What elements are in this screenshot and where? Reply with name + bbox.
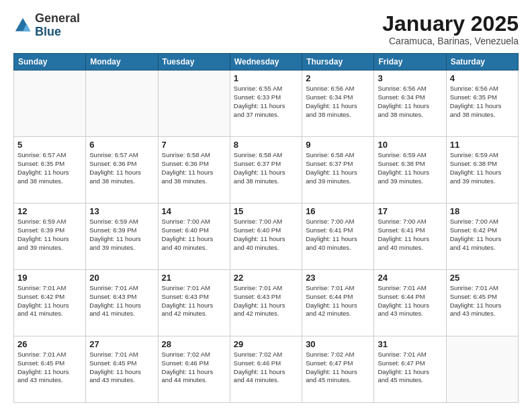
day-number: 14 — [162, 206, 226, 216]
logo: General Blue — [13, 12, 80, 39]
calendar-cell: 1Sunrise: 6:55 AM Sunset: 6:33 PM Daylig… — [230, 71, 302, 137]
calendar-cell: 19Sunrise: 7:01 AM Sunset: 6:42 PM Dayli… — [14, 270, 86, 336]
day-number: 6 — [89, 140, 154, 150]
day-info: Sunrise: 6:58 AM Sunset: 6:36 PM Dayligh… — [162, 151, 226, 185]
calendar-week-row: 5Sunrise: 6:57 AM Sunset: 6:35 PM Daylig… — [14, 137, 519, 203]
calendar-cell: 17Sunrise: 7:00 AM Sunset: 6:41 PM Dayli… — [374, 203, 446, 270]
title-block: January 2025 Caramuca, Barinas, Venezuel… — [382, 12, 519, 46]
day-number: 5 — [17, 140, 82, 150]
day-number: 27 — [89, 339, 154, 349]
day-info: Sunrise: 7:00 AM Sunset: 6:40 PM Dayligh… — [162, 218, 226, 252]
calendar-cell: 5Sunrise: 6:57 AM Sunset: 6:35 PM Daylig… — [14, 137, 86, 203]
day-info: Sunrise: 7:02 AM Sunset: 6:47 PM Dayligh… — [306, 351, 370, 385]
day-number: 13 — [89, 206, 154, 216]
day-number: 24 — [378, 273, 442, 283]
calendar-cell: 18Sunrise: 7:00 AM Sunset: 6:42 PM Dayli… — [446, 203, 518, 270]
day-info: Sunrise: 7:01 AM Sunset: 6:45 PM Dayligh… — [17, 351, 82, 385]
day-number: 19 — [17, 273, 82, 283]
calendar-cell: 2Sunrise: 6:56 AM Sunset: 6:34 PM Daylig… — [302, 71, 374, 137]
weekday-header-row: SundayMondayTuesdayWednesdayThursdayFrid… — [14, 54, 519, 71]
day-info: Sunrise: 7:02 AM Sunset: 6:46 PM Dayligh… — [234, 351, 298, 385]
calendar-cell: 12Sunrise: 6:59 AM Sunset: 6:39 PM Dayli… — [14, 203, 86, 270]
day-info: Sunrise: 6:56 AM Sunset: 6:34 PM Dayligh… — [378, 85, 442, 119]
day-number: 20 — [89, 273, 154, 283]
day-info: Sunrise: 7:01 AM Sunset: 6:44 PM Dayligh… — [306, 284, 370, 318]
weekday-header-saturday: Saturday — [446, 54, 518, 71]
calendar-week-row: 26Sunrise: 7:01 AM Sunset: 6:45 PM Dayli… — [14, 336, 519, 403]
day-info: Sunrise: 6:58 AM Sunset: 6:37 PM Dayligh… — [306, 151, 370, 185]
calendar-cell: 20Sunrise: 7:01 AM Sunset: 6:43 PM Dayli… — [86, 270, 158, 336]
day-number: 18 — [450, 206, 515, 216]
calendar-table: SundayMondayTuesdayWednesdayThursdayFrid… — [13, 53, 519, 403]
day-info: Sunrise: 7:00 AM Sunset: 6:41 PM Dayligh… — [306, 218, 370, 252]
day-number: 9 — [306, 140, 370, 150]
calendar-cell: 31Sunrise: 7:01 AM Sunset: 6:47 PM Dayli… — [374, 336, 446, 403]
calendar-cell — [158, 71, 230, 137]
day-info: Sunrise: 6:59 AM Sunset: 6:39 PM Dayligh… — [17, 218, 82, 252]
day-number: 21 — [162, 273, 226, 283]
weekday-header-monday: Monday — [86, 54, 158, 71]
day-number: 22 — [234, 273, 298, 283]
day-info: Sunrise: 7:01 AM Sunset: 6:43 PM Dayligh… — [89, 284, 154, 318]
day-info: Sunrise: 6:57 AM Sunset: 6:36 PM Dayligh… — [89, 151, 154, 185]
day-info: Sunrise: 7:01 AM Sunset: 6:47 PM Dayligh… — [378, 351, 442, 385]
logo-general: General — [35, 12, 80, 26]
day-number: 2 — [306, 73, 370, 83]
calendar-cell — [86, 71, 158, 137]
calendar-cell — [14, 71, 86, 137]
calendar-cell: 15Sunrise: 7:00 AM Sunset: 6:40 PM Dayli… — [230, 203, 302, 270]
day-info: Sunrise: 6:56 AM Sunset: 6:35 PM Dayligh… — [450, 85, 515, 119]
calendar-week-row: 19Sunrise: 7:01 AM Sunset: 6:42 PM Dayli… — [14, 270, 519, 336]
calendar-cell: 13Sunrise: 6:59 AM Sunset: 6:39 PM Dayli… — [86, 203, 158, 270]
day-number: 26 — [17, 339, 82, 349]
day-number: 4 — [450, 73, 515, 83]
day-info: Sunrise: 7:01 AM Sunset: 6:45 PM Dayligh… — [450, 284, 515, 318]
day-number: 1 — [234, 73, 298, 83]
calendar-cell: 27Sunrise: 7:01 AM Sunset: 6:45 PM Dayli… — [86, 336, 158, 403]
day-info: Sunrise: 7:00 AM Sunset: 6:40 PM Dayligh… — [234, 218, 298, 252]
day-number: 7 — [162, 140, 226, 150]
calendar-subtitle: Caramuca, Barinas, Venezuela — [382, 36, 519, 46]
weekday-header-tuesday: Tuesday — [158, 54, 230, 71]
header: General Blue January 2025 Caramuca, Bari… — [13, 12, 519, 46]
weekday-header-wednesday: Wednesday — [230, 54, 302, 71]
day-number: 30 — [306, 339, 370, 349]
calendar-cell: 29Sunrise: 7:02 AM Sunset: 6:46 PM Dayli… — [230, 336, 302, 403]
day-number: 15 — [234, 206, 298, 216]
day-info: Sunrise: 6:55 AM Sunset: 6:33 PM Dayligh… — [234, 85, 298, 119]
calendar-week-row: 1Sunrise: 6:55 AM Sunset: 6:33 PM Daylig… — [14, 71, 519, 137]
day-info: Sunrise: 7:01 AM Sunset: 6:43 PM Dayligh… — [234, 284, 298, 318]
calendar-cell: 23Sunrise: 7:01 AM Sunset: 6:44 PM Dayli… — [302, 270, 374, 336]
day-info: Sunrise: 6:59 AM Sunset: 6:38 PM Dayligh… — [450, 151, 515, 185]
day-info: Sunrise: 7:00 AM Sunset: 6:41 PM Dayligh… — [378, 218, 442, 252]
calendar-cell: 4Sunrise: 6:56 AM Sunset: 6:35 PM Daylig… — [446, 71, 518, 137]
day-number: 23 — [306, 273, 370, 283]
weekday-header-friday: Friday — [374, 54, 446, 71]
day-number: 25 — [450, 273, 515, 283]
calendar-cell: 3Sunrise: 6:56 AM Sunset: 6:34 PM Daylig… — [374, 71, 446, 137]
day-info: Sunrise: 7:01 AM Sunset: 6:44 PM Dayligh… — [378, 284, 442, 318]
weekday-header-thursday: Thursday — [302, 54, 374, 71]
day-info: Sunrise: 7:00 AM Sunset: 6:42 PM Dayligh… — [450, 218, 515, 252]
calendar-title: January 2025 — [382, 12, 519, 36]
calendar-cell: 10Sunrise: 6:59 AM Sunset: 6:38 PM Dayli… — [374, 137, 446, 203]
calendar-cell: 14Sunrise: 7:00 AM Sunset: 6:40 PM Dayli… — [158, 203, 230, 270]
day-number: 8 — [234, 140, 298, 150]
calendar-cell: 8Sunrise: 6:58 AM Sunset: 6:37 PM Daylig… — [230, 137, 302, 203]
calendar-cell: 26Sunrise: 7:01 AM Sunset: 6:45 PM Dayli… — [14, 336, 86, 403]
calendar-cell: 11Sunrise: 6:59 AM Sunset: 6:38 PM Dayli… — [446, 137, 518, 203]
calendar-cell: 25Sunrise: 7:01 AM Sunset: 6:45 PM Dayli… — [446, 270, 518, 336]
calendar-cell: 21Sunrise: 7:01 AM Sunset: 6:43 PM Dayli… — [158, 270, 230, 336]
day-number: 31 — [378, 339, 442, 349]
day-number: 12 — [17, 206, 82, 216]
day-number: 3 — [378, 73, 442, 83]
day-number: 11 — [450, 140, 515, 150]
day-info: Sunrise: 6:57 AM Sunset: 6:35 PM Dayligh… — [17, 151, 82, 185]
day-number: 16 — [306, 206, 370, 216]
day-info: Sunrise: 7:01 AM Sunset: 6:42 PM Dayligh… — [17, 284, 82, 318]
day-number: 17 — [378, 206, 442, 216]
calendar-cell: 28Sunrise: 7:02 AM Sunset: 6:46 PM Dayli… — [158, 336, 230, 403]
day-info: Sunrise: 7:01 AM Sunset: 6:43 PM Dayligh… — [162, 284, 226, 318]
day-info: Sunrise: 6:58 AM Sunset: 6:37 PM Dayligh… — [234, 151, 298, 185]
day-number: 10 — [378, 140, 442, 150]
